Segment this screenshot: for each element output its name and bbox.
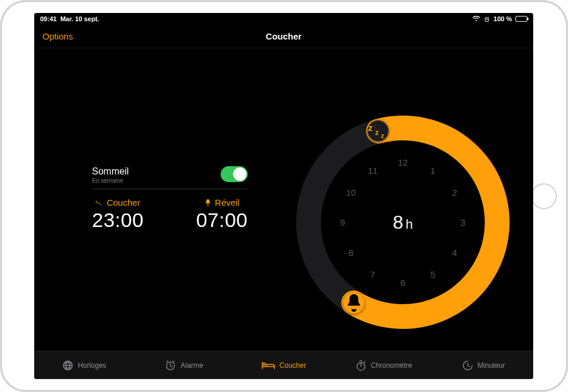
hour-4: 4 xyxy=(452,248,457,258)
duration-unit: h xyxy=(406,217,413,232)
hour-5: 5 xyxy=(431,269,435,279)
timer-icon xyxy=(462,360,474,371)
svg-text:z: z xyxy=(368,123,373,133)
sleep-zzz-icon: zzz xyxy=(96,199,104,206)
tab-alarm[interactable]: Alarme xyxy=(134,351,234,379)
svg-text:z: z xyxy=(375,129,379,137)
bedtime-column: zzz Coucher 23:00 xyxy=(92,197,144,232)
wake-handle[interactable] xyxy=(343,292,365,314)
hour-1: 1 xyxy=(431,166,435,176)
times-row: zzz Coucher 23:00 Réveil xyxy=(92,197,248,232)
alarm-icon xyxy=(165,360,176,371)
page-title: Coucher xyxy=(266,31,302,41)
tab-bedtime-label: Coucher xyxy=(280,361,306,370)
svg-text:z: z xyxy=(98,202,100,205)
bed-icon xyxy=(261,360,275,371)
svg-text:z: z xyxy=(381,133,384,139)
tab-world-label: Horloges xyxy=(78,361,106,370)
wifi-icon xyxy=(472,16,480,22)
screen: 09:41 Mar. 10 sept. 100 % Options Couche… xyxy=(34,13,533,379)
main-content: Sommeil En semaine zzz Coucher xyxy=(34,48,533,351)
hour-11: 11 xyxy=(368,166,378,176)
tab-bedtime[interactable]: Coucher xyxy=(234,351,333,379)
tab-stopwatch-label: Chronomètre xyxy=(371,361,412,370)
bedtime-label: Coucher xyxy=(107,197,140,207)
hour-6: 6 xyxy=(400,278,405,288)
tab-world-clock[interactable]: Horloges xyxy=(34,351,134,379)
tab-timer[interactable]: Minuteur xyxy=(434,351,533,379)
hour-2: 2 xyxy=(452,187,457,197)
stopwatch-icon xyxy=(355,360,367,371)
bedtime-value[interactable]: 23:00 xyxy=(92,209,144,232)
options-button[interactable]: Options xyxy=(42,31,73,41)
svg-text:z: z xyxy=(100,203,101,206)
hour-10: 10 xyxy=(346,187,356,197)
battery-percent: 100 % xyxy=(494,15,512,22)
sleep-toggle[interactable] xyxy=(221,166,248,182)
alarm-set-icon xyxy=(484,16,490,22)
wake-value[interactable]: 07:00 xyxy=(196,209,248,232)
hour-8: 8 xyxy=(349,248,353,258)
duration-display: 8 h xyxy=(393,212,413,233)
sleep-title: Sommeil xyxy=(92,166,129,177)
sleep-settings-pane: Sommeil En semaine zzz Coucher xyxy=(34,48,258,351)
duration-value: 8 xyxy=(393,212,403,233)
wake-column: Réveil 07:00 xyxy=(196,197,248,232)
switch-knob xyxy=(233,167,247,181)
wake-label: Réveil xyxy=(215,197,239,207)
bedtime-handle[interactable]: zzz xyxy=(367,120,389,141)
status-date: Mar. 10 sept. xyxy=(60,15,99,22)
sleep-toggle-row: Sommeil En semaine xyxy=(92,166,248,189)
bell-icon xyxy=(204,199,212,206)
tab-bar: Horloges Alarme Coucher Chronomètre xyxy=(34,351,533,379)
dial-area: 12 1 2 3 4 5 6 7 8 9 10 11 8 xyxy=(258,48,533,351)
tab-timer-label: Minuteur xyxy=(478,361,505,370)
hour-9: 9 xyxy=(340,218,345,228)
tab-alarm-label: Alarme xyxy=(180,361,203,370)
home-button[interactable] xyxy=(531,183,557,209)
ipad-frame: 09:41 Mar. 10 sept. 100 % Options Couche… xyxy=(0,0,568,392)
globe-icon xyxy=(62,360,74,371)
hour-7: 7 xyxy=(370,269,375,279)
status-time: 09:41 xyxy=(40,15,57,22)
sleep-dial[interactable]: 12 1 2 3 4 5 6 7 8 9 10 11 8 xyxy=(294,113,512,331)
hour-3: 3 xyxy=(461,218,465,228)
sleep-subtitle: En semaine xyxy=(92,177,129,184)
status-bar: 09:41 Mar. 10 sept. 100 % xyxy=(34,13,533,25)
svg-text:z: z xyxy=(96,200,97,203)
hour-12: 12 xyxy=(398,157,408,167)
nav-bar: Options Coucher xyxy=(34,25,533,48)
tab-stopwatch[interactable]: Chronomètre xyxy=(334,351,434,379)
battery-icon xyxy=(516,16,527,22)
